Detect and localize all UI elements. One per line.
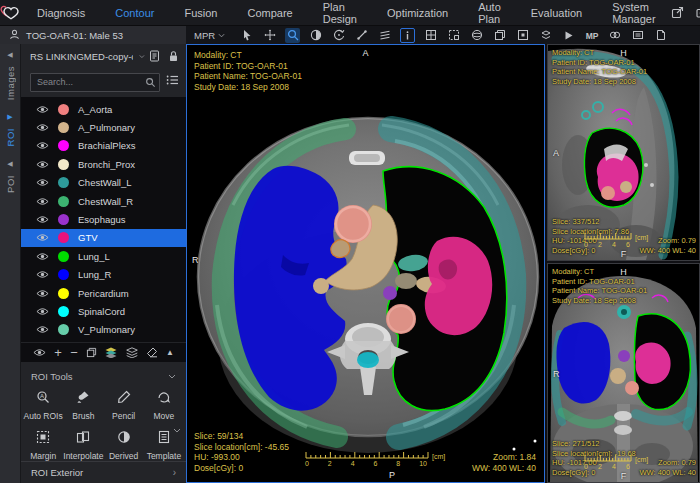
document-icon[interactable] [149, 48, 160, 66]
menu-system-manager[interactable]: System Manager [597, 1, 670, 25]
eye-icon[interactable] [33, 348, 46, 357]
report-icon[interactable] [653, 28, 668, 43]
tab-poi[interactable]: POI [5, 175, 16, 193]
roi-row-Bronchi_Prox[interactable]: Bronchi_Prox [21, 155, 186, 173]
visibility-eye-icon[interactable] [36, 270, 49, 279]
template-button[interactable]: Template [144, 430, 184, 461]
pointer-icon[interactable] [239, 28, 254, 43]
roi-tools-header[interactable]: ROI Tools [21, 362, 186, 386]
pencil-button[interactable]: Pencil [104, 390, 144, 421]
visibility-eye-icon[interactable] [36, 252, 49, 261]
interpolate-button[interactable]: Interpolate [63, 430, 103, 461]
visibility-eye-icon[interactable] [36, 160, 49, 169]
layers-icon[interactable] [126, 347, 138, 358]
visibility-eye-icon[interactable] [36, 123, 49, 132]
visibility-eye-icon[interactable] [36, 325, 49, 334]
move-button[interactable]: Move [144, 390, 184, 421]
structure-set-select[interactable]: RS LINKINGMED-copy-copy- [30, 51, 133, 62]
roi-row-A_Pulmonary[interactable]: A_Pulmonary [21, 118, 186, 136]
roi-row-Pericardium[interactable]: Pericardium [21, 284, 186, 302]
roi-row-SpinalCord[interactable]: SpinalCord [21, 302, 186, 320]
roi-row-BrachialPlexs[interactable]: BrachialPlexs [21, 137, 186, 155]
tab-images[interactable]: Images [5, 66, 16, 100]
roi-label: GTV [78, 232, 98, 243]
visibility-eye-icon[interactable] [36, 141, 49, 150]
roi-row-ChestWall_L[interactable]: ChestWall_L [21, 174, 186, 192]
mip-icon[interactable]: MP [584, 28, 599, 43]
visibility-eye-icon[interactable] [36, 233, 49, 242]
sagittal-view[interactable]: Modality: CT Patient ID: TOG-OAR-01 Pati… [547, 44, 700, 261]
camera-icon[interactable] [696, 6, 700, 19]
roi-label: V_Pulmonary [78, 324, 135, 335]
roi-row-Lung_R[interactable]: Lung_R [21, 266, 186, 284]
app-logo-hearts-icon[interactable] [0, 4, 22, 22]
visibility-eye-icon[interactable] [36, 289, 49, 298]
menu-optimization[interactable]: Optimization [372, 7, 463, 19]
visibility-eye-icon[interactable] [36, 215, 49, 224]
auto-rois-button[interactable]: AAuto ROIs [23, 390, 63, 421]
search-input[interactable] [30, 73, 160, 92]
visibility-eye-icon[interactable] [36, 178, 49, 187]
roi-row-A_Aorta[interactable]: A_Aorta [21, 100, 186, 118]
menu-auto-plan[interactable]: Auto Plan [463, 1, 516, 25]
layers-filled-icon[interactable] [105, 347, 117, 358]
capture-icon[interactable] [515, 28, 530, 43]
lock-icon[interactable] [168, 48, 179, 66]
orientation-label: F [621, 249, 627, 259]
menu-plan-design[interactable]: Plan Design [308, 1, 372, 25]
layout-frame-icon[interactable] [446, 28, 461, 43]
coronal-view[interactable]: Modality: CT Patient ID: TOG-OAR-01 Pati… [547, 263, 700, 483]
roi-color-dot [58, 269, 69, 280]
roi-row-ChestWall_R[interactable]: ChestWall_R [21, 192, 186, 210]
roi-row-GTV[interactable]: GTV [21, 229, 186, 247]
tab-roi[interactable]: ROI [5, 128, 16, 146]
derived-button[interactable]: Derived [104, 430, 144, 461]
annotation-icon[interactable] [630, 28, 645, 43]
roi-color-dot [58, 232, 69, 243]
list-view-icon[interactable] [166, 72, 179, 90]
visibility-eye-icon[interactable] [36, 105, 49, 114]
main-menu: DiagnosisContourFusionComparePlan Design… [22, 1, 671, 25]
add-icon[interactable]: + [54, 346, 62, 359]
measure-icon[interactable] [354, 28, 369, 43]
remove-icon[interactable]: − [70, 346, 78, 359]
info-icon[interactable] [400, 28, 415, 43]
duplicate-icon[interactable] [86, 347, 97, 358]
collapse-left-icon[interactable]: ◀ [7, 50, 12, 60]
roi-color-dot [58, 288, 69, 299]
export-slice-icon[interactable] [538, 28, 553, 43]
menu-fusion[interactable]: Fusion [169, 7, 232, 19]
menu-diagnosis[interactable]: Diagnosis [22, 7, 100, 19]
eraser-icon[interactable] [146, 347, 158, 358]
menu-contour[interactable]: Contour [100, 7, 169, 19]
contrast-icon[interactable] [308, 28, 323, 43]
mpr-layout-select[interactable]: MPR [194, 30, 225, 41]
copy-view-icon[interactable] [492, 28, 507, 43]
menu-compare[interactable]: Compare [232, 7, 307, 19]
coronal-header-overlay: Modality: CT Patient ID: TOG-OAR-01 Pati… [552, 267, 647, 305]
visibility-eye-icon[interactable] [36, 197, 49, 206]
layout-grid-icon[interactable] [423, 28, 438, 43]
collapse-up-icon[interactable]: ▲ [166, 349, 174, 357]
axial-view[interactable]: Modality: CT Patient ID: TOG-OAR-01 Pati… [186, 44, 545, 483]
scale-ruler: [cm] 0246 [584, 453, 644, 470]
link-views-icon[interactable] [607, 28, 622, 43]
sidebar: ◀ Images ▶ ROI ◀ POI RS LINKINGMED-copy-… [0, 44, 186, 483]
sphere-3d-icon[interactable] [469, 28, 484, 43]
roi-row-V_Pulmonary[interactable]: V_Pulmonary [21, 321, 186, 339]
visibility-eye-icon[interactable] [36, 307, 49, 316]
chevron-down-icon[interactable] [139, 54, 145, 59]
mpr-stack-icon[interactable] [377, 28, 392, 43]
menu-evaluation[interactable]: Evaluation [516, 7, 597, 19]
rotate-icon[interactable] [331, 28, 346, 43]
roi-exterior-row[interactable]: ROI Exterior › [21, 461, 186, 483]
brush-button[interactable]: Brush [63, 390, 103, 421]
margin-button[interactable]: Margin [23, 430, 63, 461]
roi-exterior-label: ROI Exterior [31, 467, 83, 478]
roi-row-Esophagus[interactable]: Esophagus [21, 210, 186, 228]
play-icon[interactable] [561, 28, 576, 43]
pan-icon[interactable] [262, 28, 277, 43]
zoom-icon[interactable] [285, 28, 300, 43]
roi-row-Lung_L[interactable]: Lung_L [21, 247, 186, 265]
export-icon[interactable] [671, 6, 684, 19]
